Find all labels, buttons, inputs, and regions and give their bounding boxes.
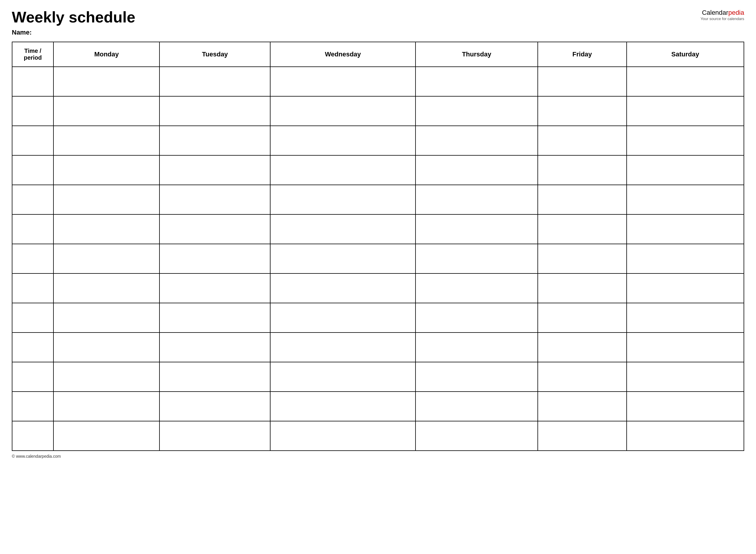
schedule-cell[interactable] (270, 333, 415, 362)
logo-text: Calendarpedia (702, 9, 744, 16)
schedule-cell[interactable] (415, 126, 538, 155)
schedule-cell[interactable] (160, 67, 270, 96)
schedule-cell[interactable] (415, 392, 538, 421)
col-header-wednesday: Wednesday (270, 42, 415, 67)
schedule-cell[interactable] (160, 392, 270, 421)
schedule-cell[interactable] (627, 67, 744, 96)
schedule-cell[interactable] (538, 273, 627, 303)
schedule-cell[interactable] (627, 96, 744, 126)
schedule-cell[interactable] (53, 244, 160, 273)
time-cell[interactable] (12, 362, 53, 392)
schedule-cell[interactable] (538, 155, 627, 185)
time-cell[interactable] (12, 333, 53, 362)
schedule-cell[interactable] (415, 214, 538, 244)
schedule-cell[interactable] (160, 362, 270, 392)
schedule-cell[interactable] (53, 185, 160, 214)
time-cell[interactable] (12, 155, 53, 185)
schedule-cell[interactable] (53, 421, 160, 451)
schedule-cell[interactable] (160, 214, 270, 244)
schedule-cell[interactable] (270, 421, 415, 451)
table-header-row: Time / period Monday Tuesday Wednesday T… (12, 42, 744, 67)
schedule-cell[interactable] (415, 362, 538, 392)
schedule-cell[interactable] (538, 214, 627, 244)
schedule-cell[interactable] (160, 185, 270, 214)
schedule-cell[interactable] (415, 244, 538, 273)
col-header-friday: Friday (538, 42, 627, 67)
schedule-cell[interactable] (627, 392, 744, 421)
schedule-cell[interactable] (627, 333, 744, 362)
schedule-cell[interactable] (415, 155, 538, 185)
schedule-cell[interactable] (160, 421, 270, 451)
footer-url: © www.calendarpedia.com (12, 454, 744, 459)
schedule-cell[interactable] (627, 214, 744, 244)
schedule-cell[interactable] (627, 273, 744, 303)
schedule-cell[interactable] (270, 244, 415, 273)
time-cell[interactable] (12, 214, 53, 244)
time-cell[interactable] (12, 244, 53, 273)
schedule-cell[interactable] (270, 303, 415, 333)
time-cell[interactable] (12, 392, 53, 421)
schedule-cell[interactable] (538, 392, 627, 421)
time-cell[interactable] (12, 185, 53, 214)
schedule-cell[interactable] (627, 421, 744, 451)
time-cell[interactable] (12, 96, 53, 126)
schedule-cell[interactable] (53, 273, 160, 303)
time-cell[interactable] (12, 421, 53, 451)
schedule-cell[interactable] (415, 185, 538, 214)
col-header-monday: Monday (53, 42, 160, 67)
schedule-cell[interactable] (160, 126, 270, 155)
schedule-cell[interactable] (627, 185, 744, 214)
schedule-cell[interactable] (270, 155, 415, 185)
time-cell[interactable] (12, 273, 53, 303)
schedule-cell[interactable] (538, 333, 627, 362)
schedule-cell[interactable] (270, 96, 415, 126)
schedule-cell[interactable] (53, 67, 160, 96)
schedule-cell[interactable] (538, 185, 627, 214)
schedule-cell[interactable] (53, 214, 160, 244)
schedule-cell[interactable] (270, 362, 415, 392)
table-row (12, 214, 744, 244)
time-cell[interactable] (12, 67, 53, 96)
schedule-cell[interactable] (415, 421, 538, 451)
schedule-cell[interactable] (415, 333, 538, 362)
schedule-cell[interactable] (53, 155, 160, 185)
schedule-cell[interactable] (270, 214, 415, 244)
schedule-cell[interactable] (270, 126, 415, 155)
schedule-cell[interactable] (538, 67, 627, 96)
schedule-cell[interactable] (160, 155, 270, 185)
schedule-cell[interactable] (538, 362, 627, 392)
schedule-cell[interactable] (53, 333, 160, 362)
schedule-cell[interactable] (627, 362, 744, 392)
schedule-cell[interactable] (627, 303, 744, 333)
schedule-cell[interactable] (53, 303, 160, 333)
schedule-cell[interactable] (538, 126, 627, 155)
schedule-cell[interactable] (270, 392, 415, 421)
schedule-cell[interactable] (538, 244, 627, 273)
logo-subtitle: Your source for calendars (700, 16, 744, 21)
schedule-cell[interactable] (627, 244, 744, 273)
schedule-table: Time / period Monday Tuesday Wednesday T… (12, 42, 744, 451)
schedule-cell[interactable] (415, 96, 538, 126)
schedule-cell[interactable] (415, 303, 538, 333)
schedule-cell[interactable] (538, 303, 627, 333)
schedule-cell[interactable] (160, 303, 270, 333)
schedule-cell[interactable] (415, 67, 538, 96)
schedule-cell[interactable] (53, 96, 160, 126)
time-cell[interactable] (12, 303, 53, 333)
schedule-cell[interactable] (270, 273, 415, 303)
schedule-cell[interactable] (53, 362, 160, 392)
schedule-cell[interactable] (53, 126, 160, 155)
schedule-cell[interactable] (415, 273, 538, 303)
schedule-cell[interactable] (270, 185, 415, 214)
schedule-cell[interactable] (160, 96, 270, 126)
schedule-cell[interactable] (160, 273, 270, 303)
schedule-cell[interactable] (53, 392, 160, 421)
schedule-cell[interactable] (270, 67, 415, 96)
schedule-cell[interactable] (160, 333, 270, 362)
schedule-cell[interactable] (627, 126, 744, 155)
time-cell[interactable] (12, 126, 53, 155)
schedule-cell[interactable] (538, 96, 627, 126)
schedule-cell[interactable] (160, 244, 270, 273)
schedule-cell[interactable] (627, 155, 744, 185)
schedule-cell[interactable] (538, 421, 627, 451)
